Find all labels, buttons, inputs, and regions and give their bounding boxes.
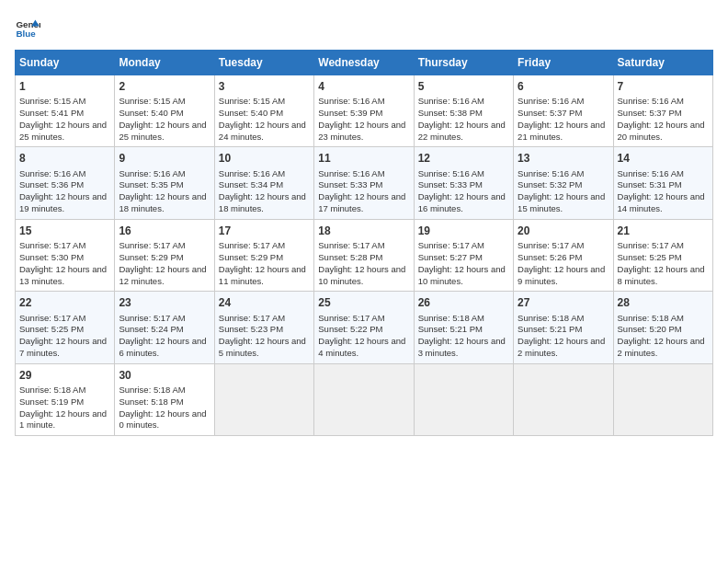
sunrise: Sunrise: 5:17 AM [119, 240, 185, 250]
logo-icon: General Blue [15, 15, 40, 40]
sunset: Sunset: 5:22 PM [318, 324, 382, 334]
day-cell [314, 363, 414, 435]
day-number: 29 [19, 368, 110, 383]
day-number: 14 [618, 151, 709, 166]
sunrise: Sunrise: 5:16 AM [518, 168, 584, 178]
sunrise: Sunrise: 5:18 AM [119, 385, 185, 395]
sunset: Sunset: 5:40 PM [219, 108, 283, 118]
day-cell: 6Sunrise: 5:16 AMSunset: 5:37 PMDaylight… [514, 75, 613, 147]
sunset: Sunset: 5:20 PM [618, 324, 682, 334]
sunset: Sunset: 5:33 PM [418, 179, 483, 190]
header-saturday: Saturday [613, 51, 712, 75]
daylight: Daylight: 12 hours and 21 minutes. [518, 120, 605, 142]
day-number: 16 [119, 224, 210, 238]
daylight: Daylight: 12 hours and 8 minutes. [618, 264, 705, 286]
daylight: Daylight: 12 hours and 3 minutes. [418, 336, 506, 358]
day-number: 24 [219, 295, 310, 310]
page-header: General Blue [15, 15, 713, 40]
day-number: 22 [19, 295, 110, 310]
day-number: 19 [418, 224, 509, 238]
day-number: 4 [318, 79, 409, 94]
daylight: Daylight: 12 hours and 25 minutes. [119, 120, 206, 142]
day-number: 28 [618, 295, 709, 310]
daylight: Daylight: 12 hours and 5 minutes. [219, 336, 306, 358]
daylight: Daylight: 12 hours and 6 minutes. [119, 336, 206, 358]
day-cell: 11Sunrise: 5:16 AMSunset: 5:33 PMDayligh… [314, 147, 414, 219]
day-cell: 25Sunrise: 5:17 AMSunset: 5:22 PMDayligh… [314, 292, 414, 363]
logo: General Blue [15, 15, 40, 40]
header-sunday: Sunday [16, 51, 115, 75]
svg-text:Blue: Blue [16, 29, 36, 39]
day-cell: 12Sunrise: 5:16 AMSunset: 5:33 PMDayligh… [414, 147, 513, 219]
sunrise: Sunrise: 5:16 AM [318, 96, 384, 106]
day-cell: 21Sunrise: 5:17 AMSunset: 5:25 PMDayligh… [613, 219, 712, 291]
day-cell: 17Sunrise: 5:17 AMSunset: 5:29 PMDayligh… [214, 219, 313, 291]
sunrise: Sunrise: 5:17 AM [219, 313, 285, 323]
sunrise: Sunrise: 5:17 AM [518, 240, 584, 250]
sunset: Sunset: 5:37 PM [618, 108, 682, 118]
day-number: 8 [19, 151, 110, 166]
sunset: Sunset: 5:32 PM [518, 179, 582, 190]
daylight: Daylight: 12 hours and 24 minutes. [219, 120, 306, 142]
day-number: 1 [19, 79, 110, 94]
sunset: Sunset: 5:25 PM [618, 252, 682, 262]
day-cell [214, 363, 313, 435]
sunset: Sunset: 5:23 PM [219, 324, 283, 334]
daylight: Daylight: 12 hours and 14 minutes. [618, 191, 705, 213]
sunrise: Sunrise: 5:17 AM [318, 240, 384, 250]
day-number: 7 [618, 79, 709, 94]
day-cell: 14Sunrise: 5:16 AMSunset: 5:31 PMDayligh… [613, 147, 712, 219]
day-cell: 5Sunrise: 5:16 AMSunset: 5:38 PMDaylight… [414, 75, 513, 147]
sunrise: Sunrise: 5:18 AM [618, 313, 684, 323]
day-cell: 22Sunrise: 5:17 AMSunset: 5:25 PMDayligh… [16, 292, 115, 363]
day-cell: 26Sunrise: 5:18 AMSunset: 5:21 PMDayligh… [414, 292, 513, 363]
day-cell: 2Sunrise: 5:15 AMSunset: 5:40 PMDaylight… [115, 75, 214, 147]
day-cell: 30Sunrise: 5:18 AMSunset: 5:18 PMDayligh… [115, 363, 214, 435]
sunrise: Sunrise: 5:15 AM [119, 96, 185, 106]
daylight: Daylight: 12 hours and 13 minutes. [19, 264, 107, 286]
sunset: Sunset: 5:35 PM [119, 179, 183, 190]
daylight: Daylight: 12 hours and 19 minutes. [19, 191, 107, 213]
day-cell: 23Sunrise: 5:17 AMSunset: 5:24 PMDayligh… [115, 292, 214, 363]
day-cell: 29Sunrise: 5:18 AMSunset: 5:19 PMDayligh… [16, 363, 115, 435]
sunset: Sunset: 5:29 PM [119, 252, 183, 262]
daylight: Daylight: 12 hours and 7 minutes. [19, 336, 107, 358]
daylight: Daylight: 12 hours and 2 minutes. [618, 336, 705, 358]
sunrise: Sunrise: 5:16 AM [418, 96, 484, 106]
day-cell: 4Sunrise: 5:16 AMSunset: 5:39 PMDaylight… [314, 75, 414, 147]
day-cell: 24Sunrise: 5:17 AMSunset: 5:23 PMDayligh… [214, 292, 313, 363]
daylight: Daylight: 12 hours and 18 minutes. [219, 191, 306, 213]
day-cell: 9Sunrise: 5:16 AMSunset: 5:35 PMDaylight… [115, 147, 214, 219]
day-number: 3 [219, 79, 310, 94]
sunset: Sunset: 5:25 PM [19, 324, 84, 334]
sunset: Sunset: 5:26 PM [518, 252, 582, 262]
day-number: 25 [318, 295, 409, 310]
day-number: 10 [219, 151, 310, 166]
daylight: Daylight: 12 hours and 12 minutes. [119, 264, 206, 286]
sunrise: Sunrise: 5:16 AM [119, 168, 185, 178]
sunrise: Sunrise: 5:17 AM [418, 240, 484, 250]
day-number: 20 [518, 224, 609, 238]
daylight: Daylight: 12 hours and 20 minutes. [618, 120, 705, 142]
sunset: Sunset: 5:36 PM [19, 179, 84, 190]
day-cell: 16Sunrise: 5:17 AMSunset: 5:29 PMDayligh… [115, 219, 214, 291]
daylight: Daylight: 12 hours and 23 minutes. [318, 120, 405, 142]
day-number: 27 [518, 295, 609, 310]
sunset: Sunset: 5:28 PM [318, 252, 382, 262]
sunrise: Sunrise: 5:16 AM [219, 168, 285, 178]
sunrise: Sunrise: 5:16 AM [19, 168, 85, 178]
day-number: 6 [518, 79, 609, 94]
daylight: Daylight: 12 hours and 11 minutes. [219, 264, 306, 286]
daylight: Daylight: 12 hours and 15 minutes. [518, 191, 605, 213]
day-number: 15 [19, 224, 110, 238]
header-monday: Monday [115, 51, 214, 75]
sunrise: Sunrise: 5:16 AM [318, 168, 384, 178]
day-cell: 28Sunrise: 5:18 AMSunset: 5:20 PMDayligh… [613, 292, 712, 363]
day-cell [613, 363, 712, 435]
sunset: Sunset: 5:41 PM [19, 108, 84, 118]
week-row-4: 22Sunrise: 5:17 AMSunset: 5:25 PMDayligh… [16, 292, 713, 363]
day-cell: 13Sunrise: 5:16 AMSunset: 5:32 PMDayligh… [514, 147, 613, 219]
sunrise: Sunrise: 5:17 AM [119, 313, 185, 323]
daylight: Daylight: 12 hours and 10 minutes. [318, 264, 405, 286]
day-cell: 18Sunrise: 5:17 AMSunset: 5:28 PMDayligh… [314, 219, 414, 291]
